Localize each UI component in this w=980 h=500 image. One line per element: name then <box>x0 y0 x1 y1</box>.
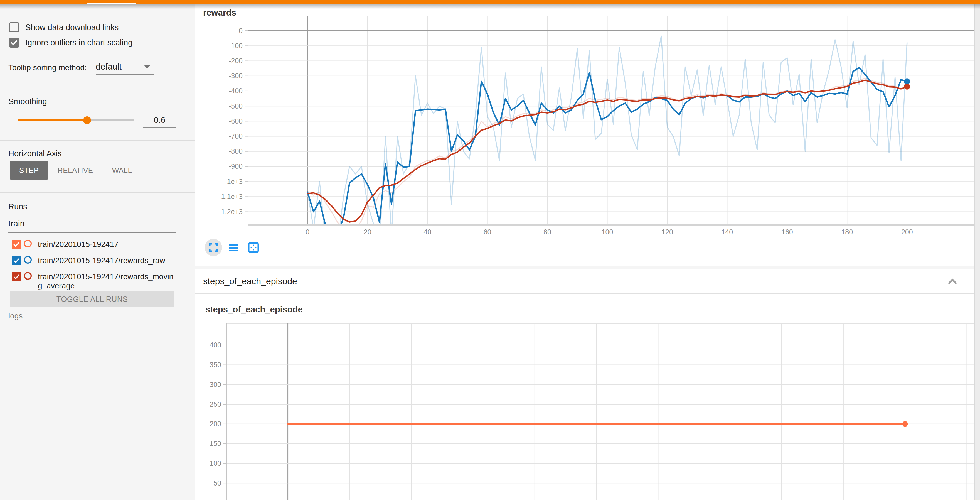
axis-mode-wall-button[interactable]: WALL <box>103 161 142 180</box>
settings-sidebar: Show data download links Ignore outliers… <box>0 5 195 500</box>
show-download-links-label: Show data download links <box>25 23 119 32</box>
smoothing-slider-thumb[interactable] <box>83 116 91 124</box>
runs-table-icon[interactable] <box>225 239 242 256</box>
toggle-all-runs-button[interactable]: TOGGLE ALL RUNS <box>10 291 175 307</box>
dropdown-underline <box>96 74 154 75</box>
y-tick-label: -200 <box>229 57 243 65</box>
run-checkbox[interactable] <box>12 240 21 249</box>
dropdown-caret-icon[interactable] <box>144 65 150 69</box>
ignore-outliers-label: Ignore outliers in chart scaling <box>25 38 132 47</box>
run-checkbox[interactable] <box>12 272 21 282</box>
y-tick-label: -400 <box>229 87 243 95</box>
steps-section-title: steps_of_each_episode <box>203 276 297 287</box>
run-row[interactable]: train/20201015-192417/rewards_moving_ave… <box>12 272 177 290</box>
x-tick-label: 80 <box>543 228 551 236</box>
steps-chart-card: 40035030025020015010050 steps_of_each_ep… <box>195 294 974 500</box>
x-tick-label: 160 <box>781 228 793 236</box>
ignore-outliers-row[interactable]: Ignore outliers in chart scaling <box>9 38 132 48</box>
y-tick-label: 200 <box>210 420 221 428</box>
y-tick-label: -700 <box>229 132 243 140</box>
gridlines <box>245 16 974 224</box>
tooltip-sorting-select[interactable]: default <box>96 62 122 72</box>
sidebar-divider <box>0 87 195 87</box>
gridlines <box>223 323 974 500</box>
chevron-up-icon[interactable] <box>947 275 959 288</box>
x-tick-label: 140 <box>722 228 733 236</box>
y-tick-label: 50 <box>213 479 221 487</box>
run-filter-input[interactable] <box>8 219 177 228</box>
smoothing-value-input[interactable]: 0.6 <box>143 115 177 125</box>
y-tick-label: 250 <box>210 400 221 408</box>
run-color-radio[interactable] <box>24 272 32 280</box>
y-tick-label: -600 <box>229 117 243 125</box>
steps-chart[interactable]: 40035030025020015010050 <box>195 294 974 500</box>
y-tick-label: 350 <box>210 361 221 369</box>
y-tick-label: -800 <box>229 147 243 155</box>
page-scrollbar[interactable] <box>974 5 980 500</box>
y-tick-label: -500 <box>229 102 243 110</box>
logdir-label: logs <box>8 312 22 320</box>
active-tab-indicator <box>87 3 136 5</box>
smoothing-label: Smoothing <box>8 97 47 106</box>
x-tick-label: 0 <box>305 228 309 236</box>
smoothing-slider-fill <box>18 119 87 121</box>
show-download-links-row[interactable]: Show data download links <box>9 22 119 32</box>
x-tick-label: 200 <box>901 228 913 236</box>
check-icon <box>10 39 18 46</box>
y-tick-label: -1e+3 <box>224 178 243 185</box>
y-tick-label: -1.2e+3 <box>219 208 243 215</box>
y-tick-label: 100 <box>210 459 221 467</box>
x-tick-label: 100 <box>601 228 613 236</box>
check-icon <box>13 273 20 280</box>
axis-mode-step-button[interactable]: STEP <box>10 161 48 180</box>
y-tick-label: -1.1e+3 <box>219 193 243 201</box>
axis-mode-relative-button[interactable]: RELATIVE <box>48 161 103 180</box>
y-tick-label: 300 <box>210 381 221 389</box>
horizontal-axis-label: Horizontal Axis <box>8 149 62 158</box>
y-tick-label: 400 <box>210 341 221 349</box>
y-tick-label: 0 <box>239 27 243 35</box>
run-checkbox[interactable] <box>12 256 21 265</box>
rewards-chart-title: rewards <box>203 8 236 18</box>
x-tick-label: 20 <box>364 228 371 236</box>
y-tick-label: -100 <box>229 42 243 49</box>
series-end-dot <box>904 83 910 90</box>
x-tick-label: 60 <box>484 228 492 236</box>
run-row[interactable]: train/20201015-192417 <box>12 240 177 249</box>
x-tick-label: 180 <box>841 228 853 236</box>
run-color-radio[interactable] <box>24 240 32 247</box>
show-download-links-checkbox[interactable] <box>9 22 19 32</box>
steps-chart-title: steps_of_each_episode <box>205 304 303 315</box>
check-icon <box>13 241 20 248</box>
chart-toolbar <box>205 239 262 256</box>
rewards-chart-card: 0-100-200-300-400-500-600-700-800-900-1e… <box>195 5 974 266</box>
fullscreen-icon[interactable] <box>205 239 222 256</box>
run-row[interactable]: train/20201015-192417/rewards_raw <box>12 256 177 265</box>
smoothing-value-underline <box>143 127 177 127</box>
run-name-label: train/20201015-192417/rewards_moving_ave… <box>38 272 177 290</box>
run-filter-underline <box>8 232 177 233</box>
x-tick-label: 40 <box>423 228 431 236</box>
rewards-chart[interactable]: 0-100-200-300-400-500-600-700-800-900-1e… <box>195 5 974 266</box>
y-tick-label: -300 <box>229 72 243 80</box>
y-tick-label: 150 <box>210 439 221 447</box>
scalars-dashboard: 0-100-200-300-400-500-600-700-800-900-1e… <box>195 5 974 500</box>
steps-section-header[interactable]: steps_of_each_episode <box>195 269 974 294</box>
run-color-radio[interactable] <box>24 256 32 264</box>
x-tick-label: 120 <box>662 228 673 236</box>
series-end-dot <box>902 421 908 427</box>
fit-data-icon[interactable] <box>245 239 262 256</box>
tooltip-sorting-label: Tooltip sorting method: <box>8 63 87 72</box>
tensorboard-header <box>0 0 980 5</box>
horizontal-axis-button-group: STEPRELATIVEWALL <box>10 161 142 180</box>
ignore-outliers-checkbox[interactable] <box>9 38 19 48</box>
runs-label: Runs <box>8 202 27 211</box>
run-name-label: train/20201015-192417 <box>38 240 177 249</box>
y-tick-label: -900 <box>229 162 243 170</box>
run-name-label: train/20201015-192417/rewards_raw <box>38 256 177 265</box>
check-icon <box>13 257 20 264</box>
